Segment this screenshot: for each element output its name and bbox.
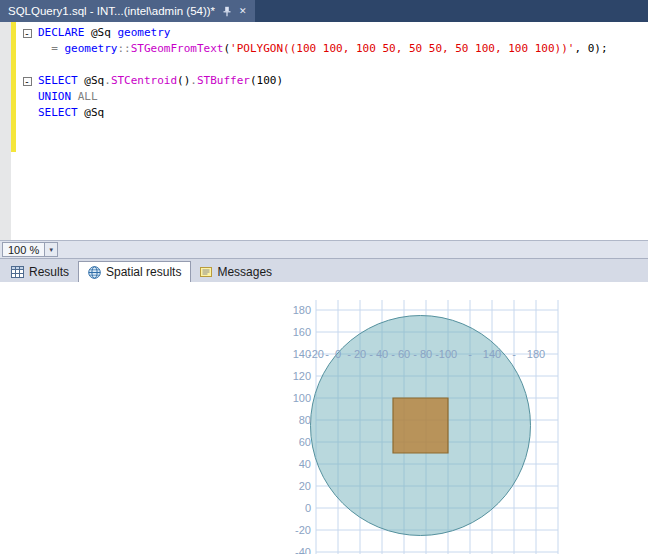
polygon-square bbox=[393, 398, 448, 453]
x-axis-label: 60 bbox=[398, 348, 410, 360]
x-axis-label: 40 bbox=[376, 348, 388, 360]
x-axis-tick: - bbox=[512, 348, 516, 360]
y-axis-label: -20 bbox=[295, 524, 311, 536]
code-line[interactable]: = geometry::STGeomFromText('POLYGON((100… bbox=[38, 41, 648, 57]
y-axis-label: 40 bbox=[299, 458, 311, 470]
fold-cell bbox=[16, 57, 38, 73]
indicator-margin bbox=[0, 22, 11, 240]
x-axis-tick: - bbox=[391, 348, 395, 360]
y-axis-label: 0 bbox=[305, 502, 311, 514]
fold-collapse-icon[interactable]: - bbox=[23, 77, 32, 86]
document-tab[interactable]: SQLQuery1.sql - INT...(intel\admin (54))… bbox=[0, 0, 255, 22]
x-axis-tick: - bbox=[369, 348, 373, 360]
pin-icon[interactable] bbox=[222, 6, 232, 17]
x-axis-tick: - bbox=[325, 348, 329, 360]
close-icon[interactable]: ✕ bbox=[239, 7, 247, 16]
document-tab-bar: SQLQuery1.sql - INT...(intel\admin (54))… bbox=[0, 0, 648, 22]
sql-editor[interactable]: -- DECLARE @Sq geometry = geometry::STGe… bbox=[0, 22, 648, 240]
messages-note-icon bbox=[200, 266, 212, 278]
tab-messages-label: Messages bbox=[217, 265, 272, 279]
fold-cell: - bbox=[16, 73, 38, 89]
x-axis-label: 100 bbox=[439, 348, 457, 360]
y-axis-label: 120 bbox=[293, 370, 311, 382]
x-axis-label: 80 bbox=[420, 348, 432, 360]
zoom-value: 100 % bbox=[3, 243, 44, 256]
y-axis-label: 20 bbox=[299, 480, 311, 492]
y-axis-label: 160 bbox=[293, 326, 311, 338]
code-area[interactable]: DECLARE @Sq geometry = geometry::STGeomF… bbox=[38, 22, 648, 240]
tab-results[interactable]: Results bbox=[2, 261, 78, 282]
code-line[interactable]: SELECT @Sq.STCentroid().STBuffer(100) bbox=[38, 73, 648, 89]
y-axis-label: 60 bbox=[299, 436, 311, 448]
y-axis-label: 100 bbox=[293, 392, 311, 404]
fold-cell: - bbox=[16, 25, 38, 41]
y-axis-label: 80 bbox=[299, 414, 311, 426]
fold-collapse-icon[interactable]: - bbox=[23, 29, 32, 38]
zoom-dropdown[interactable]: 100 % ▼ bbox=[2, 242, 58, 257]
code-line[interactable] bbox=[38, 57, 648, 73]
code-line[interactable]: UNION ALL bbox=[38, 89, 648, 105]
x-axis-label: 0 bbox=[335, 348, 341, 360]
y-axis-label: -40 bbox=[295, 546, 311, 554]
x-axis-tick: - bbox=[347, 348, 351, 360]
chevron-down-icon[interactable]: ▼ bbox=[44, 243, 57, 256]
tab-spatial-results[interactable]: Spatial results bbox=[78, 261, 191, 282]
x-axis-label: 140 bbox=[483, 348, 501, 360]
spatial-globe-icon bbox=[88, 266, 101, 279]
code-line[interactable]: DECLARE @Sq geometry bbox=[38, 25, 648, 41]
spatial-results-pane: -200-20-40-60-80-100-140-180-18016014012… bbox=[0, 282, 648, 554]
y-axis-label: 180 bbox=[293, 304, 311, 316]
tab-messages[interactable]: Messages bbox=[191, 261, 281, 282]
spatial-canvas[interactable]: -200-20-40-60-80-100-140-180-18016014012… bbox=[0, 282, 648, 554]
x-axis-tick: - bbox=[435, 348, 439, 360]
zoom-strip: 100 % ▼ bbox=[0, 240, 648, 258]
x-axis-label: 20 bbox=[354, 348, 366, 360]
tab-spatial-results-label: Spatial results bbox=[106, 265, 181, 279]
tab-results-label: Results bbox=[29, 265, 69, 279]
code-line[interactable]: SELECT @Sq bbox=[38, 105, 648, 121]
document-tab-title: SQLQuery1.sql - INT...(intel\admin (54))… bbox=[8, 5, 215, 17]
fold-cell bbox=[16, 89, 38, 105]
fold-cell bbox=[16, 105, 38, 121]
x-axis-label: 180 bbox=[527, 348, 545, 360]
y-axis-label: 140 bbox=[293, 348, 311, 360]
x-axis-tick: - bbox=[413, 348, 417, 360]
fold-margin: -- bbox=[16, 22, 38, 240]
results-tab-bar: Results Spatial results Messages bbox=[0, 258, 648, 282]
x-axis-tick: - bbox=[468, 348, 472, 360]
fold-cell bbox=[16, 41, 38, 57]
results-grid-icon bbox=[11, 266, 24, 278]
